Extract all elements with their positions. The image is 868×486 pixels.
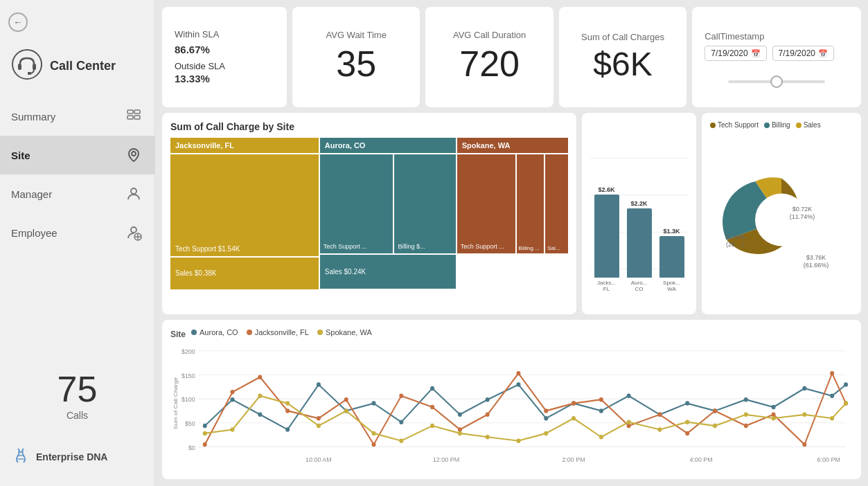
svg-point-65: [802, 386, 806, 390]
sidebar-item-summary[interactable]: Summary: [0, 97, 154, 136]
treemap-aurora-header: Aurora, CO: [320, 138, 456, 153]
headset-icon: [11, 48, 43, 83]
legend-aurora-co: Aurora, CO: [191, 328, 238, 336]
timestamp-start[interactable]: 7/19/2020 📅: [705, 46, 766, 61]
sidebar-item-employee[interactable]: Employee: [0, 213, 154, 252]
svg-point-50: [372, 401, 376, 405]
svg-point-94: [258, 394, 262, 398]
bar-jax-label-bottom: Jacks...FL: [597, 280, 616, 292]
legend-label-aurora-co: Aurora, CO: [200, 328, 238, 336]
svg-point-67: [844, 382, 848, 386]
donut-chart-card: Tech Support Billing Sales: [702, 113, 861, 314]
charts-row: Sum of Call Charge by Site Jacksonville,…: [162, 113, 861, 314]
svg-point-75: [399, 394, 403, 398]
svg-point-106: [599, 435, 603, 439]
sum-charges-label: Sum of Call Charges: [572, 32, 674, 42]
donut-legend: Tech Support Billing Sales: [710, 121, 853, 129]
person-icon: [124, 184, 143, 204]
svg-text:12:00 PM: 12:00 PM: [433, 456, 459, 463]
treemap-jax-techsupport: Tech Support $1.54K: [170, 154, 319, 256]
svg-point-64: [772, 405, 776, 409]
svg-rect-1: [18, 64, 21, 70]
timestamp-start-value: 7/19/2020: [711, 48, 747, 58]
treemap-title: Sum of Call Charge by Site: [170, 121, 568, 132]
svg-point-0: [12, 50, 42, 79]
line-chart-site-label: Site: [170, 330, 186, 339]
svg-point-85: [685, 431, 689, 435]
svg-rect-3: [28, 72, 31, 75]
sum-charges-value: $6K: [572, 46, 674, 83]
svg-point-110: [713, 424, 717, 428]
sidebar-header: Call Center: [0, 40, 154, 97]
svg-point-90: [830, 371, 834, 375]
donut-svg: $0.72K (11.74%) $1.62K (26....) $3.76K (…: [716, 159, 847, 280]
timestamp-label: CallTimestamp: [705, 31, 849, 42]
svg-text:4:00 PM: 4:00 PM: [689, 456, 713, 463]
svg-rect-2: [33, 64, 36, 70]
svg-point-10: [131, 227, 136, 233]
sidebar-nav: Summary Site Manager Employee: [0, 97, 154, 350]
back-button[interactable]: ←: [8, 12, 28, 32]
avg-call-value: 720: [438, 44, 540, 84]
svg-point-112: [772, 416, 776, 420]
sidebar-item-manager[interactable]: Manager: [0, 174, 154, 213]
bar-aurora-label-bottom: Auro...CO: [631, 280, 648, 292]
avg-call-label: AVG Call Duration: [438, 30, 540, 40]
svg-text:(61.66%): (61.66%): [804, 262, 829, 269]
timestamp-end[interactable]: 7/19/2020 📅: [772, 46, 834, 61]
summary-icon: [124, 107, 143, 126]
svg-point-53: [458, 413, 462, 417]
avg-call-card: AVG Call Duration 720: [425, 7, 553, 107]
svg-rect-6: [127, 116, 133, 119]
footer-label: Enterprise DNA: [36, 451, 107, 462]
svg-rect-5: [134, 110, 140, 114]
line-legend: Aurora, CO Jacksonville, FL Spokane, WA: [191, 328, 372, 336]
calls-label: Calls: [11, 410, 143, 421]
sla-card: Within SLA 86.67% Outside SLA 13.33%: [162, 7, 287, 107]
legend-label-jacksonville-fl: Jacksonville, FL: [255, 328, 309, 336]
calendar-icon: 📅: [751, 49, 761, 58]
sum-charges-card: Sum of Call Charges $6K: [559, 7, 687, 107]
legend-sales: Sales: [796, 121, 821, 129]
svg-point-51: [399, 420, 403, 424]
svg-point-96: [317, 424, 321, 428]
bar-spokane: $1.3K Spok...WA: [659, 228, 684, 292]
slider-thumb[interactable]: [770, 75, 783, 88]
svg-point-74: [372, 442, 376, 447]
bar-aurora-rect: [627, 208, 652, 278]
treemap-spokane-techsupport: Tech Support ...: [457, 154, 515, 253]
svg-point-44: [203, 424, 207, 428]
svg-text:$50: $50: [185, 420, 195, 427]
svg-point-84: [657, 413, 662, 417]
bar-aurora-label-top: $2.2K: [630, 200, 647, 207]
svg-point-56: [544, 416, 548, 420]
treemap-aurora-billing: Billing $...: [394, 154, 455, 253]
svg-text:$3.76K: $3.76K: [806, 254, 826, 261]
legend-label-sales: Sales: [804, 121, 821, 129]
svg-point-72: [317, 416, 321, 420]
bar-chart-area: $2.6K Jacks...FL $2.2K Auro...CO $1.3K S…: [590, 121, 688, 306]
svg-point-98: [372, 431, 376, 435]
donut-area: $0.72K (11.74%) $1.62K (26....) $3.76K (…: [710, 133, 853, 306]
svg-point-71: [285, 408, 290, 413]
sidebar-item-site[interactable]: Site: [0, 136, 154, 174]
sidebar-footer: Enterprise DNA: [0, 435, 154, 479]
svg-point-66: [830, 394, 834, 398]
svg-point-69: [231, 390, 235, 394]
svg-point-107: [627, 420, 631, 424]
treemap-spokane-billing: Billing ...: [517, 154, 544, 253]
legend-label-billing: Billing: [772, 121, 790, 129]
svg-point-102: [486, 435, 490, 439]
sidebar-stats: 75 Calls: [0, 357, 154, 435]
svg-point-78: [486, 413, 490, 417]
svg-point-109: [685, 420, 689, 424]
timestamp-card: CallTimestamp 7/19/2020 📅 7/19/2020 📅: [692, 7, 861, 107]
sidebar-item-label: Employee: [11, 227, 124, 239]
svg-text:$1.62K: $1.62K: [725, 233, 745, 240]
bar-chart-card: $2.6K Jacks...FL $2.2K Auro...CO $1.3K S…: [582, 113, 696, 314]
bar-spokane-label-top: $1.3K: [663, 228, 680, 235]
svg-point-105: [572, 416, 576, 420]
svg-point-87: [744, 424, 748, 428]
legend-label-spokane-wa: Spokane, WA: [326, 328, 372, 336]
sidebar-item-label: Site: [11, 150, 124, 161]
